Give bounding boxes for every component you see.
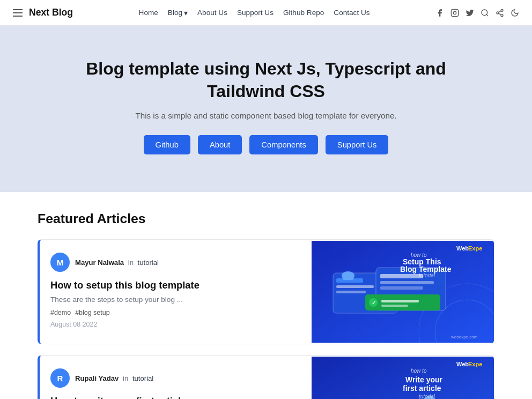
svg-rect-20	[380, 274, 423, 278]
article-card: M Mayur Nalwala in tutorial How to setup…	[38, 239, 494, 344]
about-button[interactable]: About	[198, 135, 242, 154]
article-thumbnail: how to Write your first article tutorial…	[312, 356, 494, 399]
github-button[interactable]: Github	[144, 135, 190, 154]
article-thumbnail: ✓ how to Setup This Blog Template tutori…	[312, 240, 494, 344]
author-in: in	[123, 374, 128, 382]
svg-point-3	[482, 10, 487, 16]
svg-point-5	[497, 12, 499, 14]
svg-text:webexpe.com: webexpe.com	[450, 335, 478, 339]
article-excerpt: These are the steps to setup your blog .…	[50, 295, 301, 304]
svg-text:Web: Web	[456, 245, 469, 252]
facebook-icon[interactable]	[435, 9, 444, 17]
svg-rect-27	[381, 305, 408, 307]
hero-subtitle: This is a simple and static component ba…	[11, 111, 521, 120]
nav-icon-group	[435, 9, 519, 17]
instagram-icon[interactable]	[450, 9, 459, 17]
svg-text:how to: how to	[411, 368, 427, 374]
svg-text:tutorial: tutorial	[419, 272, 435, 278]
article-info: M Mayur Nalwala in tutorial How to setup…	[40, 240, 312, 344]
author-name: Rupali Yadav	[75, 374, 119, 382]
svg-text:✓: ✓	[372, 300, 376, 306]
svg-rect-18	[343, 276, 353, 280]
article-tags: #demo #blog setup	[50, 309, 301, 316]
site-logo: Next Blog	[29, 7, 73, 18]
support-us-button[interactable]: Support Us	[326, 135, 389, 154]
thumbnail-svg: ✓ how to Setup This Blog Template tutori…	[312, 240, 494, 344]
nav-about-us[interactable]: About Us	[197, 9, 227, 17]
article-title[interactable]: How to setup this blog template	[50, 279, 301, 291]
svg-point-1	[453, 11, 456, 14]
article-category: tutorial	[132, 374, 153, 382]
author-in: in	[128, 258, 134, 267]
svg-text:Expe: Expe	[468, 245, 482, 252]
nav-links: Home Blog ▾ About Us Support Us Github R…	[139, 9, 370, 17]
svg-line-7	[499, 13, 501, 15]
svg-text:Write your: Write your	[405, 375, 443, 384]
nav-home[interactable]: Home	[139, 9, 158, 17]
featured-heading: Featured Articles	[38, 211, 494, 226]
components-button[interactable]: Components	[249, 135, 317, 154]
svg-rect-21	[380, 281, 434, 284]
svg-rect-0	[451, 9, 458, 16]
hamburger-menu[interactable]	[13, 9, 23, 17]
svg-point-2	[456, 10, 457, 11]
hero-section: Blog template using Next Js, Typescript …	[0, 26, 532, 192]
svg-rect-16	[336, 291, 366, 293]
navbar: Next Blog Home Blog ▾ About Us Support U…	[0, 0, 532, 26]
svg-text:tutorial: tutorial	[419, 394, 435, 399]
dark-mode-icon[interactable]	[511, 9, 519, 17]
hero-buttons: Github About Components Support Us	[11, 135, 521, 154]
author-meta: Rupali Yadav in tutorial	[75, 374, 153, 382]
twitter-icon[interactable]	[466, 9, 474, 17]
article-date: August 08 2022	[50, 321, 301, 328]
article-info: R Rupali Yadav in tutorial How to write …	[40, 356, 312, 399]
avatar: R	[50, 368, 70, 388]
featured-section: Featured Articles M Mayur Nalwala in tut…	[25, 192, 507, 399]
svg-line-8	[499, 11, 501, 12]
nav-support-us[interactable]: Support Us	[237, 9, 274, 17]
share-icon[interactable]	[496, 9, 504, 17]
svg-rect-26	[381, 300, 419, 302]
svg-text:Expe: Expe	[468, 361, 482, 367]
svg-text:first article: first article	[403, 384, 441, 393]
avatar: M	[50, 253, 70, 272]
article-author: M Mayur Nalwala in tutorial	[50, 253, 301, 272]
nav-github-repo[interactable]: Github Repo	[283, 9, 324, 17]
author-meta: Mayur Nalwala in tutorial	[75, 258, 159, 267]
article-category: tutorial	[138, 258, 159, 267]
author-name: Mayur Nalwala	[75, 258, 124, 267]
hero-title: Blog template using Next Js, Typescript …	[78, 58, 454, 102]
tag[interactable]: #blog setup	[75, 309, 109, 316]
chevron-down-icon: ▾	[184, 9, 188, 17]
svg-rect-15	[336, 285, 374, 288]
article-card: R Rupali Yadav in tutorial How to write …	[38, 355, 494, 399]
svg-text:Web: Web	[456, 361, 469, 367]
article-author: R Rupali Yadav in tutorial	[50, 368, 301, 388]
svg-point-4	[501, 9, 503, 11]
svg-point-6	[501, 14, 503, 16]
tag[interactable]: #demo	[50, 309, 71, 316]
article-title[interactable]: How to write your first article	[50, 395, 301, 399]
nav-blog-dropdown[interactable]: Blog ▾	[168, 9, 188, 17]
thumbnail-svg: how to Write your first article tutorial…	[312, 356, 494, 399]
nav-contact-us[interactable]: Contact Us	[334, 9, 370, 17]
search-icon[interactable]	[481, 9, 489, 17]
svg-rect-22	[380, 286, 423, 290]
